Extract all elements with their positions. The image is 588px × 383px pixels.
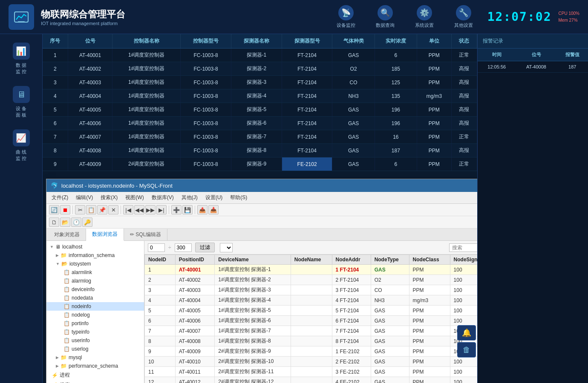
tree-item-alarmlink[interactable]: 📋alarmlink: [46, 268, 144, 277]
iot-table-row[interactable]: 8AT-400081#调度室控制器FC-1003-8探测器-8FT-2104GA…: [43, 144, 477, 157]
device-monitor-label: 设备监控: [337, 22, 355, 29]
dt-cell: GAS: [371, 265, 409, 275]
tree-item-alarmlog[interactable]: 📋alarmlog: [46, 277, 144, 285]
data-table-row[interactable]: 5AT-400051#调度室控制 探测器-55 FT-2104GASPPM100…: [145, 306, 478, 316]
tb-first[interactable]: |◀: [123, 205, 133, 214]
device-panel-label: 设 备面 板: [16, 106, 26, 118]
data-table-row[interactable]: 11AT-400112#调度室控制 探测器-113 FE-2102GASPPM1…: [145, 367, 478, 377]
iot-cell: FC-1003-8: [181, 76, 231, 89]
tab-data-browser[interactable]: 数据浏览器: [86, 229, 124, 241]
iot-table-row[interactable]: 1AT-400011#调度室控制器FC-1003-8探测器-1FT-2104GA…: [43, 49, 477, 62]
iot-table-row[interactable]: 6AT-400061#调度室控制器FC-1003-8探测器-6FT-2104GA…: [43, 117, 477, 130]
tb-new[interactable]: 🗋: [49, 217, 59, 227]
tree-item-status[interactable]: ⚡状态: [46, 380, 144, 383]
iot-cell: AT-40002: [68, 62, 112, 76]
iot-table-row[interactable]: 4AT-400041#调度室控制器FC-1003-8探测器-4FT-2104NH…: [43, 89, 477, 103]
menu-file[interactable]: 文件(Z): [48, 193, 72, 203]
tree-label-status: 状态: [60, 381, 70, 383]
data-table-wrap[interactable]: NodeIDPositionIDDeviceNameNodeNameNodeAd…: [144, 254, 477, 383]
tree-item-typeinfo[interactable]: 📋typeinfo: [46, 328, 144, 336]
dt-cell: AT-40010: [175, 357, 215, 367]
tb-clock[interactable]: 🕐: [71, 217, 81, 227]
iot-table-row[interactable]: 2AT-400021#调度室控制器FC-1003-8探测器-2FT-2104O2…: [43, 62, 477, 76]
tb-paste[interactable]: 📌: [97, 205, 107, 214]
sidebar-item-data-monitor[interactable]: 📊 数 据监 控: [3, 38, 40, 79]
dt-cell: 3 FE-2102: [332, 367, 371, 377]
extra-btn-2[interactable]: 🗑: [457, 342, 476, 357]
sidebar-item-curve-monitor[interactable]: 📈 曲 线监 控: [3, 125, 40, 166]
iot-table-row[interactable]: 5AT-400051#调度室控制器FC-1003-8探测器-5FT-2104GA…: [43, 103, 477, 117]
tree-item-information_schema[interactable]: ▶📁information_schema: [46, 251, 144, 260]
search-input[interactable]: [449, 243, 477, 252]
tb-save[interactable]: 💾: [182, 205, 193, 214]
tree-item-mysql[interactable]: ▶📁mysql: [46, 353, 144, 362]
tb-export[interactable]: 📤: [197, 205, 208, 214]
iot-table-row[interactable]: 9AT-400092#调度室控制器FC-1003-8探测器-9FE-2102GA…: [43, 157, 477, 171]
dt-cell: 1#调度室控制 探测器-2: [215, 275, 291, 285]
dt-cell: 3: [145, 285, 176, 295]
app-nav-icons: 📡 设备监控 🔍 数据查询 ⚙️ 系统设置 🔧 其他设置: [331, 3, 479, 31]
tab-sql-editor[interactable]: ✏ SQL编辑器: [124, 229, 167, 240]
tb-copy[interactable]: 📋: [86, 205, 96, 214]
menu-view[interactable]: 视图(W): [122, 193, 147, 203]
tree-item-userlog[interactable]: 📋userlog: [46, 345, 144, 353]
dt-cell: AT-40007: [175, 326, 215, 336]
tree-item-nodedata[interactable]: 📋nodedata: [46, 294, 144, 302]
tb-import[interactable]: 📥: [208, 205, 219, 214]
nav-device-monitor[interactable]: 📡 设备监控: [331, 3, 361, 31]
iot-cell: FC-1003-8: [181, 49, 231, 62]
filter-select[interactable]: [220, 243, 233, 252]
tb-open[interactable]: 📂: [60, 217, 70, 227]
nav-other-setting[interactable]: 🔧 其他设置: [448, 3, 479, 31]
dt-cell: [291, 306, 332, 316]
tree-item-userinfo[interactable]: 📋userinfo: [46, 336, 144, 345]
tb-next-page[interactable]: ▶▶: [145, 205, 156, 214]
tb-prev-page[interactable]: ◀◀: [134, 205, 144, 214]
menu-settings[interactable]: 设置(U): [202, 193, 226, 203]
iot-cell: FT-2104: [282, 76, 332, 89]
nav-data-query[interactable]: 🔍 数据查询: [370, 3, 401, 31]
sidebar-item-device-panel[interactable]: 🖥 设 备面 板: [3, 82, 40, 123]
menu-database[interactable]: 数据库(V): [148, 193, 177, 203]
tab-object-browser[interactable]: 对象浏览器: [48, 229, 86, 240]
tree-item-iotsystem[interactable]: ▼📂iotsystem: [46, 260, 144, 268]
tree-item-nodelog[interactable]: 📋nodelog: [46, 311, 144, 319]
tb-refresh[interactable]: 🔄: [49, 205, 59, 214]
tb-cut[interactable]: ✂: [75, 205, 85, 214]
tb-delete[interactable]: ✕: [108, 205, 118, 214]
data-table-row[interactable]: 1AT-400011#调度室控制 探测器-11 FT-2104GASPPM100…: [145, 265, 478, 275]
tb-stop[interactable]: ⏹: [60, 205, 70, 214]
tree-item-performance_schema[interactable]: ▶📁performance_schema: [46, 362, 144, 370]
data-table-row[interactable]: 4AT-400041#调度室控制 探测器-44 FT-2104NH3mg/m31…: [145, 295, 478, 306]
menu-search[interactable]: 搜索(X): [97, 193, 121, 203]
iot-table-row[interactable]: 7AT-400071#调度室控制器FC-1003-8探测器-7FT-2104GA…: [43, 130, 477, 144]
iot-table-row[interactable]: 3AT-400031#调度室控制器FC-1003-8探测器-3FT-2104CO…: [43, 76, 477, 89]
menu-help[interactable]: 帮助(S): [227, 193, 251, 203]
tree-item-process[interactable]: ⚡进程: [46, 370, 144, 380]
data-table-row[interactable]: 9AT-400092#调度室控制 探测器-91 FE-2102GASPPM100…: [145, 346, 478, 357]
tree-item-localhost[interactable]: ▼🖥localhost: [46, 243, 144, 251]
data-table-row[interactable]: 8AT-400081#调度室控制 探测器-88 FT-2104GASPPM100…: [145, 336, 478, 346]
filter-button[interactable]: 过滤: [195, 243, 215, 252]
data-table-row[interactable]: 10AT-400102#调度室控制 探测器-102 FE-2102GASPPM1…: [145, 357, 478, 367]
data-table-row[interactable]: 7AT-400071#调度室控制 探测器-77 FT-2104GASPPM100…: [145, 326, 478, 336]
menu-other[interactable]: 其他(J): [178, 193, 201, 203]
tree-item-nodeinfo[interactable]: 📋nodeinfo: [46, 302, 144, 311]
limit-input[interactable]: [175, 243, 192, 252]
dt-col-PositionID: PositionID: [175, 255, 215, 265]
offset-input[interactable]: [148, 243, 165, 252]
data-table-row[interactable]: 2AT-400021#调度室控制 探测器-22 FT-2104O2PPM1002…: [145, 275, 478, 285]
iot-cell: FC-1003-8: [181, 117, 231, 130]
data-table-row[interactable]: 3AT-400031#调度室控制 探测器-33 FT-2104COPPM1002…: [145, 285, 478, 295]
menu-edit[interactable]: 编辑(V): [72, 193, 96, 203]
nav-system-setting[interactable]: ⚙️ 系统设置: [409, 3, 440, 31]
tb-last[interactable]: ▶|: [156, 205, 167, 214]
data-table-row[interactable]: 12AT-400122#调度室控制 探测器-124 FE-2102GASPPM1…: [145, 377, 478, 383]
extra-btn-1[interactable]: 🔔: [457, 325, 476, 340]
tree-item-portinfo[interactable]: 📋portinfo: [46, 319, 144, 328]
data-table-row[interactable]: 6AT-400061#调度室控制 探测器-66 FT-2104GASPPM100…: [145, 316, 478, 326]
dt-cell: AT-40004: [175, 295, 215, 306]
tb-key[interactable]: 🔑: [82, 217, 92, 227]
tb-add[interactable]: ➕: [171, 205, 182, 214]
tree-item-deviceinfo[interactable]: 📋deviceinfo: [46, 285, 144, 294]
